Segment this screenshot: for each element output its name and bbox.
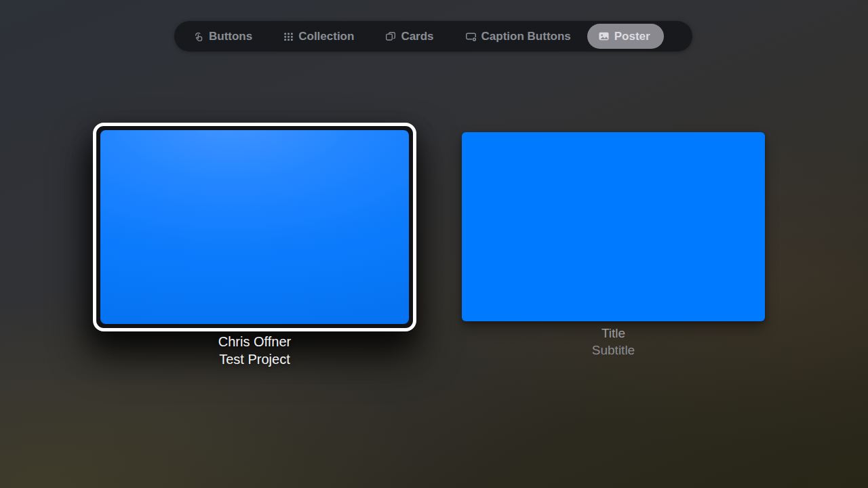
tab-caption-buttons[interactable]: Caption Buttons	[465, 30, 571, 43]
poster-title: Chris Offner	[93, 333, 416, 350]
tab-label: Cards	[401, 30, 433, 43]
tab-cards[interactable]: Cards	[385, 30, 433, 43]
tab-label: Collection	[298, 30, 354, 43]
tab-label: Poster	[614, 30, 650, 43]
poster-card-plain[interactable]	[462, 132, 765, 321]
cards-icon	[385, 31, 396, 42]
caption-buttons-icon	[465, 30, 477, 42]
tab-bar: Buttons Collection Cards	[174, 21, 692, 52]
grid-icon	[283, 31, 294, 41]
poster-labels-plain: Title Subtitle	[462, 325, 765, 359]
poster-image	[100, 130, 409, 324]
tab-label: Caption Buttons	[481, 30, 571, 43]
tab-poster[interactable]: Poster	[587, 24, 664, 49]
poster-card-focused[interactable]	[93, 123, 416, 331]
poster-subtitle: Subtitle	[462, 342, 765, 359]
poster-labels-focused: Chris Offner Test Project	[93, 333, 416, 368]
tab-buttons[interactable]: Buttons	[193, 30, 252, 43]
poster-title: Title	[462, 325, 765, 342]
poster-subtitle: Test Project	[93, 350, 416, 368]
photo-icon	[598, 30, 610, 42]
hand-tap-icon	[193, 31, 204, 42]
tab-label: Buttons	[209, 30, 252, 43]
tab-collection[interactable]: Collection	[283, 30, 354, 43]
